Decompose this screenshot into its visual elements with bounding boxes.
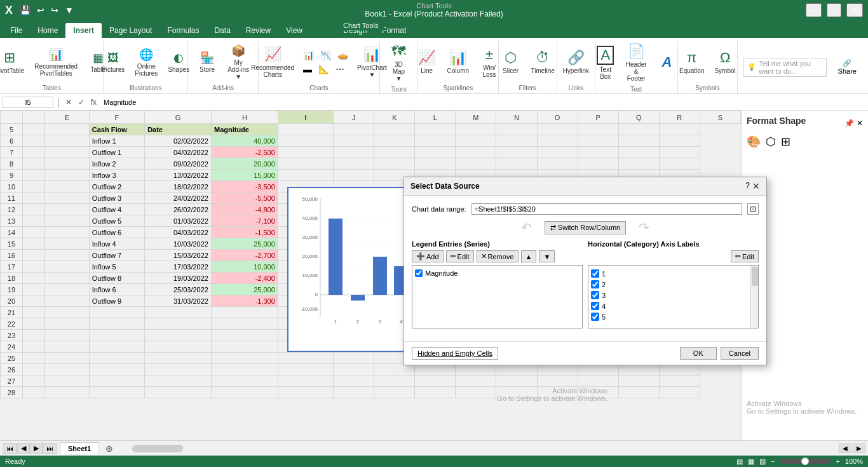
cell-k5[interactable] xyxy=(334,124,374,135)
horizontal-scrollbar[interactable] xyxy=(119,445,836,452)
tab-home[interactable]: Home xyxy=(30,23,65,38)
cell-l6[interactable] xyxy=(374,135,415,147)
cell-q5[interactable] xyxy=(578,124,618,135)
legend-item-magnitude[interactable]: Magnitude xyxy=(415,268,580,278)
cell-o5[interactable] xyxy=(496,124,537,135)
recommended-pivot-tables-button[interactable]: 📊 RecommendedPivotTables xyxy=(31,45,81,79)
row-header-5[interactable]: 5 xyxy=(1,124,23,135)
equation-button[interactable]: π Equation xyxy=(675,47,708,77)
legend-move-up-button[interactable]: ▲ xyxy=(521,250,537,262)
timeline-button[interactable]: ⏱ Timeline xyxy=(527,47,559,77)
online-pictures-button[interactable]: 🌐 OnlinePictures xyxy=(131,45,161,79)
axis-check-2[interactable] xyxy=(591,280,599,288)
confirm-formula-button[interactable]: ✓ xyxy=(76,98,86,107)
dialog-help-button[interactable]: ? xyxy=(745,181,750,191)
line-chart-button[interactable]: 📉 xyxy=(318,49,334,62)
dialog-cancel-button[interactable]: Cancel xyxy=(721,347,759,360)
col-header-m[interactable]: M xyxy=(456,111,496,124)
line-sparkline-button[interactable]: 📈 Line xyxy=(413,47,441,77)
axis-check-4[interactable] xyxy=(591,302,599,310)
axis-item-4[interactable]: 4 xyxy=(591,301,756,311)
cell-j5[interactable] xyxy=(278,124,333,135)
cell-i7[interactable]: -2,500 xyxy=(211,147,278,158)
cell-n6[interactable] xyxy=(456,135,496,147)
cell-h7[interactable]: 04/02/2022 xyxy=(145,147,212,158)
view-break-button[interactable]: ▧ xyxy=(759,457,766,466)
axis-item-2[interactable]: 2 xyxy=(591,279,756,290)
name-box[interactable] xyxy=(3,97,53,108)
tab-data[interactable]: Data xyxy=(207,23,238,38)
cell-p5[interactable] xyxy=(537,124,578,135)
area-chart-button[interactable]: 📐 xyxy=(316,63,332,76)
add-sheet-button[interactable]: ⊕ xyxy=(102,442,117,455)
formula-input[interactable] xyxy=(101,98,865,106)
chart-data-range-input[interactable] xyxy=(471,203,742,215)
zoom-out-icon[interactable]: − xyxy=(771,457,775,465)
cell-j6[interactable] xyxy=(278,135,333,147)
chart-area[interactable]: 50,000 40,000 30,000 20,000 10,000 0 -10… xyxy=(287,187,414,352)
pie-chart-button[interactable]: 🥧 xyxy=(335,49,351,62)
cell-i5[interactable]: Magnitude xyxy=(211,124,278,135)
save-button[interactable]: 💾 xyxy=(18,4,32,17)
minimize-button[interactable]: ─ xyxy=(806,3,822,17)
dialog-ok-button[interactable]: OK xyxy=(680,347,717,360)
col-header-s[interactable]: S xyxy=(700,111,740,124)
insert-function-button[interactable]: fx xyxy=(89,98,98,107)
select-data-source-dialog[interactable]: Select Data Source ? ✕ Chart data range:… xyxy=(403,177,767,365)
recommended-charts-button[interactable]: 📈 RecommendedCharts xyxy=(247,44,298,81)
effects-icon[interactable]: ⬡ xyxy=(766,135,776,149)
axis-edit-button[interactable]: ✏ Edit xyxy=(731,250,759,262)
cell-f5[interactable] xyxy=(44,124,89,135)
header-footer-button[interactable]: 📄 Header& Footer xyxy=(622,41,651,85)
tab-formulas[interactable]: Formulas xyxy=(159,23,207,38)
col-header-f[interactable]: F xyxy=(89,111,144,124)
axis-scrollbar[interactable] xyxy=(750,266,758,328)
col-header-o[interactable]: O xyxy=(537,111,578,124)
row-header-7[interactable]: 7 xyxy=(1,147,23,158)
col-header-e[interactable]: E xyxy=(44,111,89,124)
zoom-in-icon[interactable]: + xyxy=(836,457,839,465)
cell-p6[interactable] xyxy=(537,135,578,147)
next-sheet-button[interactable]: ▶ xyxy=(30,443,43,454)
pivot-table-button[interactable]: ⊞ PivotTable xyxy=(0,47,28,77)
cell-n5[interactable] xyxy=(456,124,496,135)
cell-m6[interactable] xyxy=(415,135,456,147)
sheet-tab-sheet1[interactable]: Sheet1 xyxy=(60,442,99,454)
legend-remove-button[interactable]: ✕ Remove xyxy=(477,250,519,262)
view-normal-button[interactable]: ▤ xyxy=(736,457,743,466)
column-sparkline-button[interactable]: 📊 Column xyxy=(444,47,473,77)
col-header-k[interactable]: K xyxy=(374,111,415,124)
slicer-button[interactable]: ⬡ Slicer xyxy=(497,47,525,77)
panel-close-button[interactable]: ✕ xyxy=(857,119,863,128)
col-header-p[interactable]: P xyxy=(578,111,618,124)
scatter-chart-button[interactable]: ⋯ xyxy=(333,63,347,76)
dialog-close-button[interactable]: ✕ xyxy=(752,181,760,191)
hyperlink-button[interactable]: 🔗 Hyperlink xyxy=(559,47,593,77)
3d-map-button[interactable]: 🗺 3DMap ▼ xyxy=(384,41,412,85)
redo-button[interactable]: ↪ xyxy=(49,4,60,17)
col-header-h[interactable]: H xyxy=(211,111,278,124)
legend-add-button[interactable]: ➕ Add xyxy=(412,250,444,262)
cell-h6[interactable]: 02/02/2022 xyxy=(145,135,212,147)
text-box-button[interactable]: A TextBox xyxy=(592,43,620,83)
tell-me-box[interactable]: 💡 Tell me what you want to do... xyxy=(743,58,826,77)
tab-insert[interactable]: Insert xyxy=(65,23,102,38)
col-header-r[interactable]: R xyxy=(659,111,700,124)
panel-pin-button[interactable]: 📌 xyxy=(844,119,854,128)
cell-e5[interactable] xyxy=(22,124,44,135)
cancel-formula-button[interactable]: ✕ xyxy=(64,98,74,107)
store-button[interactable]: 🏪 Store xyxy=(193,48,221,76)
first-sheet-button[interactable]: ⏮ xyxy=(3,443,17,454)
tab-page-layout[interactable]: Page Layout xyxy=(102,23,159,38)
axis-item-5[interactable]: 5 xyxy=(591,311,756,322)
range-picker-button[interactable]: ⊡ xyxy=(747,203,759,215)
axis-check-1[interactable] xyxy=(591,269,599,278)
cell-r5[interactable] xyxy=(618,124,659,135)
maximize-button[interactable]: □ xyxy=(827,3,841,17)
pictures-button[interactable]: 🖼 Pictures xyxy=(98,49,128,76)
cell-g7[interactable]: Outflow 1 xyxy=(89,147,144,158)
cell-q6[interactable] xyxy=(578,135,618,147)
col-header-i[interactable]: I xyxy=(278,111,333,124)
last-sheet-button[interactable]: ⏭ xyxy=(43,443,57,454)
axis-check-5[interactable] xyxy=(591,313,599,321)
